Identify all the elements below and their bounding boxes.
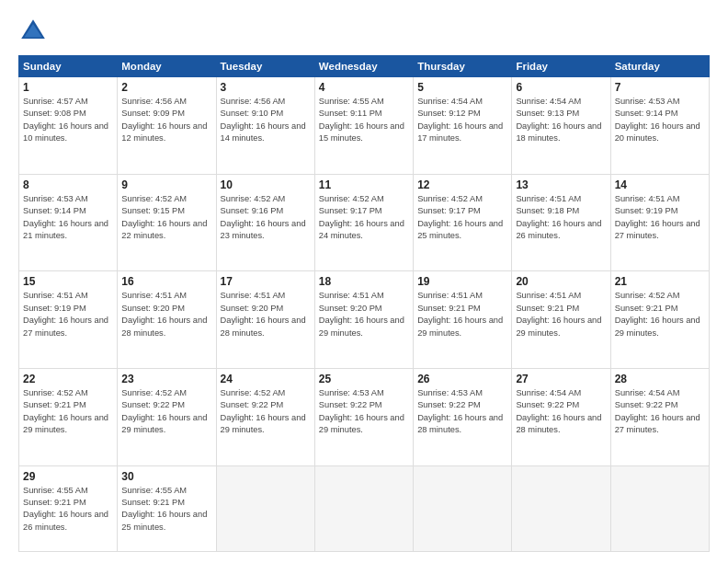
day-number: 5: [417, 81, 507, 94]
calendar-cell: 27 Sunrise: 4:54 AMSunset: 9:22 PMDaylig…: [512, 368, 610, 465]
day-number: 29: [23, 470, 113, 483]
day-number: 20: [516, 275, 606, 288]
day-number: 7: [615, 81, 705, 94]
calendar-cell: 24 Sunrise: 4:52 AMSunset: 9:22 PMDaylig…: [216, 368, 314, 465]
calendar-cell: 8 Sunrise: 4:53 AMSunset: 9:14 PMDayligh…: [19, 174, 118, 271]
day-info: Sunrise: 4:53 AMSunset: 9:14 PMDaylight:…: [615, 96, 705, 145]
calendar-header-friday: Friday: [512, 56, 610, 77]
day-number: 18: [319, 275, 409, 288]
calendar-cell: 25 Sunrise: 4:53 AMSunset: 9:22 PMDaylig…: [314, 368, 413, 465]
day-info: Sunrise: 4:51 AMSunset: 9:19 PMDaylight:…: [23, 290, 113, 339]
day-info: Sunrise: 4:54 AMSunset: 9:22 PMDaylight:…: [516, 387, 606, 437]
calendar-header-thursday: Thursday: [414, 56, 512, 77]
calendar-cell: 21 Sunrise: 4:52 AMSunset: 9:21 PMDaylig…: [610, 271, 709, 369]
day-info: Sunrise: 4:55 AMSunset: 9:21 PMDaylight:…: [23, 485, 113, 534]
day-info: Sunrise: 4:51 AMSunset: 9:19 PMDaylight:…: [615, 193, 705, 243]
day-info: Sunrise: 4:54 AMSunset: 9:13 PMDaylight:…: [516, 96, 606, 145]
calendar-cell: 15 Sunrise: 4:51 AMSunset: 9:19 PMDaylig…: [19, 271, 118, 369]
calendar-cell: 20 Sunrise: 4:51 AMSunset: 9:21 PMDaylig…: [512, 271, 610, 369]
calendar-cell: 19 Sunrise: 4:51 AMSunset: 9:21 PMDaylig…: [414, 271, 512, 369]
day-info: Sunrise: 4:53 AMSunset: 9:14 PMDaylight:…: [23, 193, 113, 243]
calendar-cell: 12 Sunrise: 4:52 AMSunset: 9:17 PMDaylig…: [414, 174, 512, 271]
day-info: Sunrise: 4:57 AMSunset: 9:08 PMDaylight:…: [23, 96, 113, 145]
calendar-table: SundayMondayTuesdayWednesdayThursdayFrid…: [18, 55, 710, 552]
calendar-cell: 30 Sunrise: 4:55 AMSunset: 9:21 PMDaylig…: [118, 465, 216, 552]
day-number: 28: [615, 373, 705, 385]
calendar-cell: [414, 465, 512, 552]
calendar-cell: 16 Sunrise: 4:51 AMSunset: 9:20 PMDaylig…: [118, 271, 216, 369]
day-number: 12: [417, 178, 507, 191]
day-info: Sunrise: 4:53 AMSunset: 9:22 PMDaylight:…: [417, 387, 507, 437]
calendar-cell: 13 Sunrise: 4:51 AMSunset: 9:18 PMDaylig…: [512, 174, 610, 271]
calendar-cell: 1 Sunrise: 4:57 AMSunset: 9:08 PMDayligh…: [19, 77, 118, 175]
day-number: 14: [615, 178, 705, 191]
calendar-week-3: 15 Sunrise: 4:51 AMSunset: 9:19 PMDaylig…: [19, 271, 710, 369]
day-info: Sunrise: 4:54 AMSunset: 9:22 PMDaylight:…: [615, 387, 705, 437]
day-number: 1: [23, 81, 113, 94]
calendar-cell: 23 Sunrise: 4:52 AMSunset: 9:22 PMDaylig…: [118, 368, 216, 465]
day-info: Sunrise: 4:51 AMSunset: 9:20 PMDaylight:…: [121, 290, 211, 339]
day-info: Sunrise: 4:52 AMSunset: 9:15 PMDaylight:…: [121, 193, 211, 243]
day-number: 15: [23, 275, 113, 288]
calendar-week-2: 8 Sunrise: 4:53 AMSunset: 9:14 PMDayligh…: [19, 174, 710, 271]
calendar-cell: 5 Sunrise: 4:54 AMSunset: 9:12 PMDayligh…: [414, 77, 512, 175]
logo-icon: [18, 17, 48, 46]
page: SundayMondayTuesdayWednesdayThursdayFrid…: [0, 0, 728, 563]
calendar-cell: 2 Sunrise: 4:56 AMSunset: 9:09 PMDayligh…: [118, 77, 216, 175]
day-number: 22: [23, 373, 113, 385]
day-info: Sunrise: 4:51 AMSunset: 9:21 PMDaylight:…: [417, 290, 507, 339]
day-number: 16: [121, 275, 211, 288]
calendar-cell: [610, 465, 709, 552]
calendar-header-tuesday: Tuesday: [216, 56, 314, 77]
day-info: Sunrise: 4:55 AMSunset: 9:11 PMDaylight:…: [319, 96, 409, 145]
day-number: 23: [121, 373, 211, 385]
day-info: Sunrise: 4:54 AMSunset: 9:12 PMDaylight:…: [417, 96, 507, 145]
header: [18, 17, 710, 46]
day-info: Sunrise: 4:56 AMSunset: 9:09 PMDaylight:…: [121, 96, 211, 145]
calendar-week-5: 29 Sunrise: 4:55 AMSunset: 9:21 PMDaylig…: [19, 465, 710, 552]
calendar-cell: 29 Sunrise: 4:55 AMSunset: 9:21 PMDaylig…: [19, 465, 118, 552]
day-info: Sunrise: 4:51 AMSunset: 9:21 PMDaylight:…: [516, 290, 606, 339]
calendar-cell: 9 Sunrise: 4:52 AMSunset: 9:15 PMDayligh…: [118, 174, 216, 271]
day-number: 9: [121, 178, 211, 191]
day-info: Sunrise: 4:56 AMSunset: 9:10 PMDaylight:…: [221, 96, 311, 145]
day-info: Sunrise: 4:52 AMSunset: 9:21 PMDaylight:…: [615, 290, 705, 339]
calendar-cell: 18 Sunrise: 4:51 AMSunset: 9:20 PMDaylig…: [314, 271, 413, 369]
calendar-header-wednesday: Wednesday: [314, 56, 413, 77]
calendar-header-monday: Monday: [118, 56, 216, 77]
day-number: 30: [121, 470, 211, 483]
calendar-cell: 17 Sunrise: 4:51 AMSunset: 9:20 PMDaylig…: [216, 271, 314, 369]
day-number: 11: [319, 178, 409, 191]
calendar-cell: 10 Sunrise: 4:52 AMSunset: 9:16 PMDaylig…: [216, 174, 314, 271]
day-info: Sunrise: 4:51 AMSunset: 9:20 PMDaylight:…: [319, 290, 409, 339]
day-number: 27: [516, 373, 606, 385]
day-info: Sunrise: 4:51 AMSunset: 9:20 PMDaylight:…: [221, 290, 311, 339]
day-number: 2: [121, 81, 211, 94]
calendar-cell: [314, 465, 413, 552]
day-info: Sunrise: 4:52 AMSunset: 9:17 PMDaylight:…: [319, 193, 409, 243]
day-number: 24: [221, 373, 311, 385]
day-info: Sunrise: 4:53 AMSunset: 9:22 PMDaylight:…: [319, 387, 409, 437]
day-info: Sunrise: 4:52 AMSunset: 9:21 PMDaylight:…: [23, 387, 113, 437]
calendar-cell: 4 Sunrise: 4:55 AMSunset: 9:11 PMDayligh…: [314, 77, 413, 175]
day-number: 13: [516, 178, 606, 191]
day-number: 25: [319, 373, 409, 385]
day-number: 26: [417, 373, 507, 385]
day-number: 10: [221, 178, 311, 191]
calendar-cell: 11 Sunrise: 4:52 AMSunset: 9:17 PMDaylig…: [314, 174, 413, 271]
day-info: Sunrise: 4:52 AMSunset: 9:22 PMDaylight:…: [221, 387, 311, 437]
day-number: 8: [23, 178, 113, 191]
day-number: 19: [417, 275, 507, 288]
day-info: Sunrise: 4:52 AMSunset: 9:22 PMDaylight:…: [121, 387, 211, 437]
calendar-cell: 7 Sunrise: 4:53 AMSunset: 9:14 PMDayligh…: [610, 77, 709, 175]
day-number: 4: [319, 81, 409, 94]
calendar-cell: 28 Sunrise: 4:54 AMSunset: 9:22 PMDaylig…: [610, 368, 709, 465]
calendar-cell: 22 Sunrise: 4:52 AMSunset: 9:21 PMDaylig…: [19, 368, 118, 465]
day-info: Sunrise: 4:52 AMSunset: 9:17 PMDaylight:…: [417, 193, 507, 243]
calendar-header-saturday: Saturday: [610, 56, 709, 77]
calendar-header-sunday: Sunday: [19, 56, 118, 77]
calendar-cell: [216, 465, 314, 552]
calendar-week-4: 22 Sunrise: 4:52 AMSunset: 9:21 PMDaylig…: [19, 368, 710, 465]
logo: [18, 17, 53, 46]
calendar-cell: 26 Sunrise: 4:53 AMSunset: 9:22 PMDaylig…: [414, 368, 512, 465]
